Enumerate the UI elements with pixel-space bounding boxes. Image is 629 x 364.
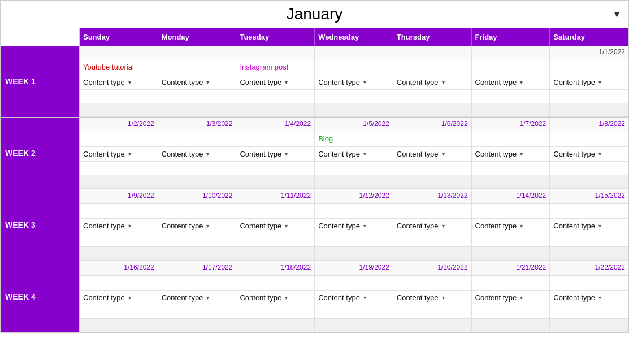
empty-row2-w4-d2: [236, 319, 315, 332]
content-type-w4-d2[interactable]: Content type▾: [236, 291, 315, 305]
content-type-label: Content type: [162, 78, 203, 86]
content-type-label: Content type: [475, 150, 517, 158]
week-label-3: WEEK 3: [1, 189, 80, 261]
week-label-1: WEEK 1: [1, 46, 80, 117]
content-type-w2-d1[interactable]: Content type▾: [158, 147, 237, 162]
content-type-w1-d4[interactable]: Content type▾: [393, 75, 472, 90]
date-cell-w1-d3: [315, 46, 393, 60]
empty-row1-w2-d1: [158, 162, 237, 175]
content-type-label: Content type: [83, 78, 125, 86]
event-cell-w2-d4: [393, 132, 472, 147]
content-type-w4-d6[interactable]: Content type▾: [550, 291, 628, 305]
dropdown-arrow-icon: ▾: [598, 223, 601, 229]
empty-row1-w1-d4: [393, 90, 472, 103]
date-cell-w4-d2: 1/18/2022: [236, 261, 315, 276]
content-type-w4-d5[interactable]: Content type▾: [472, 291, 550, 305]
date-cell-w3-d1: 1/10/2022: [158, 189, 237, 204]
empty-row2-w1-d2: [236, 103, 315, 117]
empty-row1-w1-d2: [236, 90, 315, 103]
content-type-w3-d1[interactable]: Content type▾: [158, 219, 237, 233]
content-type-w2-d5[interactable]: Content type▾: [472, 147, 550, 162]
date-cell-w3-d0: 1/9/2022: [80, 189, 158, 204]
empty-row1-w2-d5: [472, 162, 550, 175]
date-cell-w4-d4: 1/20/2022: [393, 261, 472, 276]
date-cell-w4-d5: 1/21/2022: [472, 261, 550, 276]
month-chevron[interactable]: ▾: [614, 8, 619, 20]
content-type-w1-d5[interactable]: Content type▾: [472, 75, 550, 90]
dropdown-arrow-icon: ▾: [520, 79, 523, 85]
content-type-w1-d1[interactable]: Content type▾: [158, 75, 237, 90]
day-header-friday: Friday: [472, 28, 550, 46]
empty-row1-w3-d2: [236, 233, 315, 247]
empty-row1-w4-d1: [158, 305, 237, 319]
content-type-w1-d6[interactable]: Content type▾: [550, 75, 628, 90]
empty-row1-w2-d3: [315, 162, 393, 175]
content-type-label: Content type: [162, 150, 203, 158]
content-type-w3-d0[interactable]: Content type▾: [80, 219, 158, 233]
content-type-w2-d6[interactable]: Content type▾: [550, 147, 628, 162]
empty-row1-w4-d2: [236, 305, 315, 319]
day-header-wednesday: Wednesday: [315, 28, 393, 46]
day-header-empty: [1, 28, 80, 46]
content-type-w4-d1[interactable]: Content type▾: [158, 291, 237, 305]
date-cell-w1-d6: 1/1/2022: [550, 46, 628, 60]
content-type-w3-d2[interactable]: Content type▾: [236, 219, 315, 233]
content-type-w1-d0[interactable]: Content type▾: [80, 75, 158, 90]
empty-row1-w1-d1: [158, 90, 237, 103]
dropdown-arrow-icon: ▾: [598, 151, 601, 157]
event-cell-w3-d0: [80, 204, 158, 219]
empty-row2-w1-d4: [393, 103, 472, 117]
date-cell-w4-d0: 1/16/2022: [80, 261, 158, 276]
content-type-w2-d0[interactable]: Content type▾: [80, 147, 158, 162]
content-type-w3-d5[interactable]: Content type▾: [472, 219, 550, 233]
event-cell-w4-d0: [80, 276, 158, 291]
day-header-saturday: Saturday: [550, 28, 628, 46]
dropdown-arrow-icon: ▾: [442, 79, 445, 85]
content-type-w3-d4[interactable]: Content type▾: [393, 219, 472, 233]
dropdown-arrow-icon: ▾: [206, 294, 209, 301]
dropdown-arrow-icon: ▾: [363, 294, 366, 301]
dropdown-arrow-icon: ▾: [442, 223, 445, 229]
empty-row2-w4-d1: [158, 319, 237, 332]
content-type-w2-d4[interactable]: Content type▾: [393, 147, 472, 162]
dropdown-arrow-icon: ▾: [363, 223, 366, 229]
content-type-w1-d2[interactable]: Content type▾: [236, 75, 315, 90]
empty-row1-w2-d4: [393, 162, 472, 175]
dropdown-arrow-icon: ▾: [520, 151, 523, 157]
content-type-w2-d2[interactable]: Content type▾: [236, 147, 315, 162]
date-cell-w2-d0: 1/2/2022: [80, 118, 158, 132]
week-content-3: 1/9/20221/10/20221/11/20221/12/20221/13/…: [80, 189, 628, 261]
date-cell-w1-d2: [236, 46, 315, 60]
empty-row2-w3-d0: [80, 247, 158, 261]
date-cell-w4-d6: 1/22/2022: [550, 261, 628, 276]
empty-row1-w1-d3: [315, 90, 393, 103]
empty-row1-w4-d5: [472, 305, 550, 319]
content-type-w4-d4[interactable]: Content type▾: [393, 291, 472, 305]
content-type-w3-d3[interactable]: Content type▾: [315, 219, 393, 233]
event-cell-w2-d6: [550, 132, 628, 147]
content-type-label: Content type: [475, 78, 517, 86]
empty-row2-w1-d5: [472, 103, 550, 117]
content-type-w1-d3[interactable]: Content type▾: [315, 75, 393, 90]
content-type-label: Content type: [553, 78, 595, 86]
content-type-w2-d3[interactable]: Content type▾: [315, 147, 393, 162]
content-type-w3-d6[interactable]: Content type▾: [550, 219, 628, 233]
empty-row2-w4-d3: [315, 319, 393, 332]
content-type-label: Content type: [162, 222, 203, 230]
dropdown-arrow-icon: ▾: [520, 294, 523, 301]
content-type-label: Content type: [162, 293, 203, 302]
content-type-w4-d0[interactable]: Content type▾: [80, 291, 158, 305]
empty-row2-w2-d0: [80, 175, 158, 189]
empty-row1-w3-d3: [315, 233, 393, 247]
content-type-label: Content type: [240, 293, 281, 302]
empty-row2-w3-d1: [158, 247, 237, 261]
date-cell-w3-d3: 1/12/2022: [315, 189, 393, 204]
empty-row1-w3-d4: [393, 233, 472, 247]
date-cell-w2-d6: 1/8/2022: [550, 118, 628, 132]
empty-row1-w4-d6: [550, 305, 628, 319]
day-header-thursday: Thursday: [393, 28, 472, 46]
empty-row2-w2-d4: [393, 175, 472, 189]
content-type-w4-d3[interactable]: Content type▾: [315, 291, 393, 305]
empty-row2-w2-d1: [158, 175, 237, 189]
event-cell-w4-d4: [393, 276, 472, 291]
